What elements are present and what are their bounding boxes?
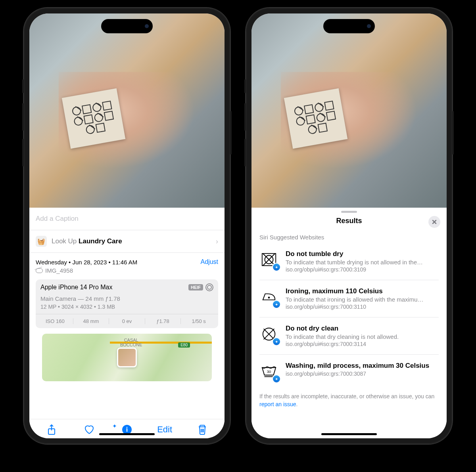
safari-icon: ✦ <box>272 263 281 271</box>
delete-button[interactable] <box>192 424 212 435</box>
photo-date: Wednesday • Jun 28, 2023 • 11:46 AM <box>36 259 137 266</box>
map-place-label: CASAL BOCCONE <box>120 338 142 347</box>
exif-shutter: 1/50 s <box>181 318 217 324</box>
lookup-prefix: Look Up <box>52 237 79 245</box>
laundry-label-in-photo <box>284 88 347 148</box>
phone-left: Add a Caption ✦ 🧺 Look Up Laundry Care ›… <box>24 8 230 444</box>
photo-info-panel[interactable]: Add a Caption ✦ 🧺 Look Up Laundry Care ›… <box>29 208 225 419</box>
not-synced-icon <box>36 268 43 273</box>
results-sheet[interactable]: Results Siri Suggested Websites ✦ Do not… <box>251 208 447 438</box>
laundry-label-in-photo <box>62 88 125 148</box>
close-button[interactable] <box>428 216 440 228</box>
svg-point-5 <box>269 297 270 298</box>
lens-info: Main Camera — 24 mm ƒ1.78 <box>40 295 213 302</box>
screen-left: Add a Caption ✦ 🧺 Look Up Laundry Care ›… <box>29 13 225 438</box>
exif-ev: 0 ev <box>109 318 145 324</box>
road-badge: E80 <box>178 342 190 348</box>
exif-row: ISO 160 48 mm 0 ev ƒ1.78 1/50 s <box>36 314 218 328</box>
result-url: iso.org/obp/ui#iso:grs:7000:3087 <box>286 371 439 377</box>
specs-info: 12 MP • 3024 × 4032 • 1.3 MB <box>40 304 213 310</box>
result-desc: To indicate that ironing is allowed with… <box>286 296 439 303</box>
do-not-tumble-dry-icon: ✦ <box>259 250 278 269</box>
edit-button[interactable]: Edit <box>155 424 175 435</box>
adjust-button[interactable]: Adjust <box>201 258 218 266</box>
caption-field[interactable]: Add a Caption <box>29 208 225 230</box>
exif-iso: ISO 160 <box>37 318 73 324</box>
share-button[interactable] <box>42 424 61 435</box>
sheet-grabber[interactable] <box>341 211 357 213</box>
lens-icon <box>205 283 213 291</box>
home-indicator[interactable] <box>321 433 377 435</box>
do-not-dry-clean-icon: ✦ <box>259 325 278 344</box>
sheet-title: Results <box>251 217 447 225</box>
chevron-right-icon: › <box>216 237 218 246</box>
exif-aperture: ƒ1.78 <box>145 318 181 324</box>
ironing-110-icon: ✦ <box>259 287 278 306</box>
result-desc: To indicate that dry cleaning is not all… <box>286 333 439 340</box>
result-url: iso.org/obp/ui#iso:grs:7000:3114 <box>286 341 439 347</box>
wash-30-mild-icon: 30 ✦ <box>259 362 278 381</box>
favorite-button[interactable] <box>79 424 99 435</box>
result-item[interactable]: ✦ Do not tumble dry To indicate that tum… <box>259 243 439 280</box>
result-desc: To indicate that tumble drying is not al… <box>286 259 439 266</box>
safari-icon: ✦ <box>272 337 281 346</box>
safari-icon: ✦ <box>272 375 281 383</box>
filename: IMG_4958 <box>45 267 73 274</box>
dynamic-island <box>101 19 153 33</box>
format-badge: HEIF <box>188 284 203 290</box>
result-item[interactable]: ✦ Ironing, maximum 110 Celsius To indica… <box>259 280 439 317</box>
svg-text:30: 30 <box>267 369 271 374</box>
map-photo-pin[interactable] <box>117 348 137 367</box>
bottom-toolbar: ✦ i Edit <box>29 419 225 438</box>
sparkle-icon: ✦ <box>112 423 117 429</box>
result-url: iso.org/obp/ui#iso:grs:7000:3110 <box>286 304 439 310</box>
results-footer: If the results are incomplete, inaccurat… <box>251 388 447 408</box>
result-title: Do not dry clean <box>286 325 439 333</box>
photo-preview[interactable] <box>29 13 225 208</box>
lookup-topic: Laundry Care <box>79 237 122 245</box>
result-url: iso.org/obp/ui#iso:grs:7000:3109 <box>286 266 439 273</box>
location-map[interactable]: CASAL BOCCONE E80 <box>42 334 212 381</box>
svg-text:i: i <box>126 426 128 433</box>
visual-lookup-row[interactable]: ✦ 🧺 Look Up Laundry Care › <box>29 230 225 253</box>
screen-right: Results Siri Suggested Websites ✦ Do not… <box>251 13 447 438</box>
result-item[interactable]: 30 ✦ Washing, mild process, maximum 30 C… <box>259 355 439 388</box>
device-name: Apple iPhone 14 Pro Max <box>40 284 112 291</box>
result-title: Do not tumble dry <box>286 250 439 258</box>
dynamic-island <box>323 19 375 33</box>
result-title: Ironing, maximum 110 Celsius <box>286 287 439 295</box>
result-item[interactable]: ✦ Do not dry clean To indicate that dry … <box>259 317 439 355</box>
report-issue-link[interactable]: report an issue <box>259 401 296 407</box>
exif-focal: 48 mm <box>73 318 109 324</box>
section-header: Siri Suggested Websites <box>251 231 447 243</box>
safari-icon: ✦ <box>272 300 281 309</box>
laundry-care-icon: 🧺 <box>36 236 47 247</box>
result-title: Washing, mild process, maximum 30 Celsiu… <box>286 362 439 370</box>
device-info-card[interactable]: Apple iPhone 14 Pro Max HEIF Main Camera… <box>36 279 218 328</box>
photo-preview[interactable] <box>251 13 447 208</box>
phone-right: Results Siri Suggested Websites ✦ Do not… <box>246 8 452 444</box>
home-indicator[interactable] <box>99 433 155 435</box>
